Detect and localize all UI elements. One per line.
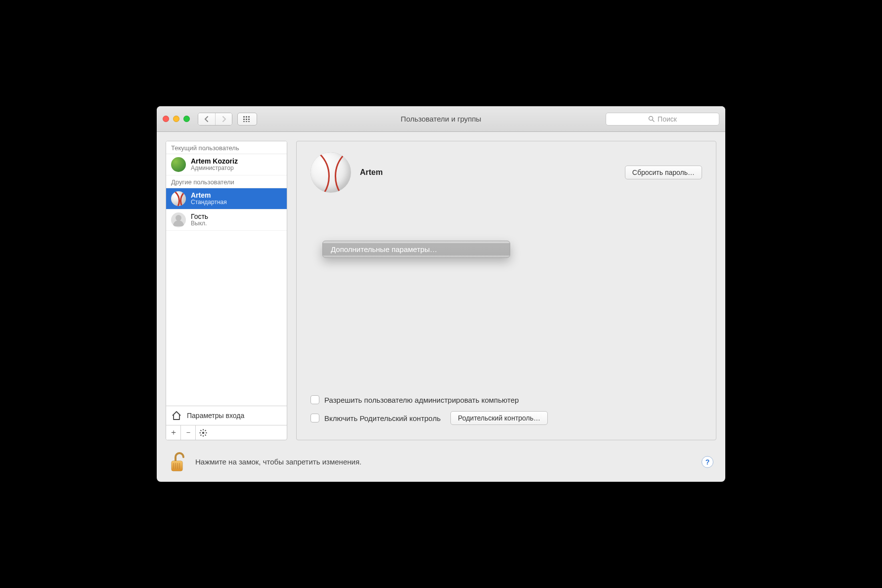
allow-admin-checkbox[interactable] (310, 395, 319, 404)
forward-button[interactable] (215, 113, 232, 125)
remove-user-button[interactable]: － (181, 425, 196, 440)
avatar (171, 191, 186, 206)
sidebar-toolbar: ＋ － (166, 425, 287, 440)
lock-button[interactable] (169, 451, 187, 473)
user-name: Artem Kozoriz (191, 157, 238, 165)
sidebar-user-guest[interactable]: Гость Выкл. (166, 210, 287, 231)
search-icon (648, 116, 655, 122)
add-user-button[interactable]: ＋ (166, 425, 181, 440)
content: Текущий пользователь Artem Kozoriz Админ… (157, 132, 725, 482)
svg-rect-7 (246, 121, 247, 122)
svg-rect-2 (248, 116, 250, 118)
current-user-row[interactable]: Artem Kozoriz Администратор (166, 154, 287, 175)
svg-rect-21 (172, 461, 182, 471)
svg-rect-3 (243, 119, 245, 120)
svg-rect-0 (243, 116, 245, 118)
svg-point-11 (202, 431, 205, 434)
preferences-window: Пользователи и группы Поиск Текущий поль… (157, 106, 725, 482)
back-button[interactable] (198, 113, 215, 125)
grid-icon (243, 116, 251, 122)
context-menu: Дополнительные параметры… (322, 241, 510, 258)
baseball-icon (310, 152, 351, 193)
reset-password-button[interactable]: Сбросить пароль… (625, 166, 702, 179)
svg-rect-4 (246, 119, 247, 120)
titlebar: Пользователи и группы Поиск (157, 106, 725, 132)
profile-header: Artem Сбросить пароль… (310, 152, 702, 193)
svg-rect-8 (248, 121, 250, 122)
user-name: Гость (191, 212, 208, 220)
svg-line-19 (201, 434, 202, 435)
chevron-left-icon (204, 116, 209, 122)
advanced-options-menuitem[interactable]: Дополнительные параметры… (323, 243, 510, 255)
svg-line-16 (201, 430, 202, 431)
gear-icon (199, 429, 207, 437)
allow-admin-row: Разрешить пользователю администрировать … (310, 395, 702, 404)
user-role: Стандартная (191, 199, 227, 206)
enable-parental-label: Включить Родительский контроль (324, 414, 441, 422)
enable-parental-checkbox[interactable] (310, 414, 319, 422)
current-user-label: Текущий пользователь (166, 141, 287, 154)
window-controls (163, 116, 190, 122)
search-input[interactable]: Поиск (606, 113, 719, 126)
user-name: Artem (191, 191, 227, 199)
user-detail-panel: Artem Сбросить пароль… Разрешить пользов… (296, 141, 716, 440)
profile-username: Artem (360, 168, 383, 177)
help-button[interactable]: ? (702, 456, 713, 468)
svg-rect-5 (248, 119, 250, 120)
chevron-right-icon (221, 116, 226, 122)
minimize-window-button[interactable] (173, 116, 179, 122)
allow-admin-label: Разрешить пользователю администрировать … (324, 396, 519, 404)
close-window-button[interactable] (163, 116, 169, 122)
unlock-icon (169, 451, 187, 473)
other-users-label: Другие пользователи (166, 175, 287, 188)
user-actions-button[interactable] (196, 425, 211, 440)
svg-rect-1 (246, 116, 247, 118)
user-role: Выкл. (191, 220, 208, 227)
profile-avatar[interactable] (310, 152, 351, 193)
svg-rect-6 (243, 121, 245, 122)
home-icon (171, 410, 182, 421)
parental-controls-button[interactable]: Родительский контроль… (450, 411, 548, 425)
users-sidebar: Текущий пользователь Artem Kozoriz Админ… (166, 141, 287, 440)
avatar (171, 157, 186, 172)
user-role: Администратор (191, 165, 238, 172)
svg-line-10 (653, 120, 655, 122)
lock-hint-text: Нажмите на замок, чтобы запретить измене… (195, 457, 361, 467)
sidebar-user-artem[interactable]: Artem Стандартная (166, 188, 287, 210)
login-options-label: Параметры входа (187, 412, 244, 420)
svg-line-18 (205, 430, 206, 431)
footer: Нажмите на замок, чтобы запретить измене… (166, 449, 716, 475)
show-all-button[interactable] (237, 113, 257, 126)
guest-avatar-icon (171, 212, 186, 227)
login-options-row[interactable]: Параметры входа (166, 406, 287, 425)
search-placeholder: Поиск (658, 115, 677, 123)
svg-line-17 (205, 434, 206, 435)
nav-buttons (198, 113, 232, 126)
parental-row: Включить Родительский контроль Родительс… (310, 411, 702, 425)
baseball-icon (171, 191, 186, 206)
zoom-window-button[interactable] (183, 116, 190, 122)
